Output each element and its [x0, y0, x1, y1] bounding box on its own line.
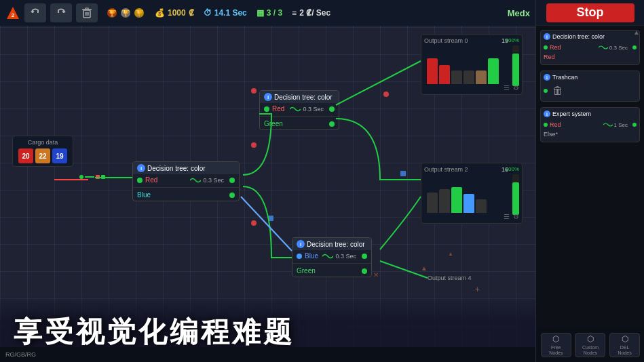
svg-text:🏆: 🏆	[121, 9, 130, 18]
speed: 0.3 Sec	[290, 106, 324, 113]
bottom-bar: RG/GB/RG	[0, 347, 535, 362]
mini-node-2-row1: 🗑	[544, 83, 637, 98]
mini-node-2[interactable]: i Trashcan 🗑	[540, 71, 640, 102]
free-nodes-label: FreeNodes	[549, 345, 563, 357]
decision-node-2-row1: Red 0.3 Sec	[260, 103, 339, 115]
mini-port-out-3	[632, 123, 637, 127]
decision-node-2-header: i Decision tree: color	[260, 91, 339, 103]
trash-icon: 🗑	[552, 85, 563, 97]
deco-red1	[251, 88, 257, 94]
info-dot-3[interactable]: i	[297, 240, 305, 248]
right-panel-actions: ⬡ FreeNodes ⬡ CustomNodes ⬡ DELNodes	[536, 328, 644, 362]
logo-icon: 2	[5, 5, 20, 20]
cargo-item-3: 19	[52, 148, 67, 163]
mini-info-2[interactable]: i	[544, 74, 550, 81]
mini-info-1[interactable]: i	[544, 33, 550, 40]
toolbar: 2	[0, 0, 535, 26]
output2-bars	[424, 176, 519, 213]
right-panel: Stop ▲ i Decision tree: color Red 0.3 Se…	[535, 0, 644, 362]
del-nodes-button[interactable]: ⬡ DELNodes	[609, 333, 640, 357]
deco-tri1: ▲	[421, 264, 428, 272]
deco-red4	[251, 220, 257, 226]
free-nodes-button[interactable]: ⬡ FreeNodes	[541, 333, 571, 357]
mini-node-3[interactable]: i Expert system Red 1 Sec Else*	[540, 107, 640, 142]
custom-nodes-icon: ⬡	[587, 334, 594, 344]
svg-text:🏆: 🏆	[108, 9, 117, 18]
output0-percent: 100%	[506, 37, 519, 43]
mini-speed-3: 1 Sec	[603, 122, 628, 128]
achievement3-icon: 🏆	[133, 7, 145, 19]
settings-icon-0[interactable]: ⚙	[513, 84, 519, 92]
custom-nodes-button[interactable]: ⬡ CustomNodes	[575, 333, 605, 357]
layer-icon-2: ☰	[504, 213, 510, 220]
cargo-item-2: 22	[35, 148, 50, 163]
decision-node-3-header: i Decision tree: color	[292, 238, 371, 250]
mini-info-3[interactable]: i	[544, 110, 550, 117]
bottom-bar-text: RG/GB/RG	[5, 351, 36, 358]
svg-text:🏆: 🏆	[135, 9, 144, 18]
cargo-items: 20 22 19	[18, 148, 67, 163]
right-panel-content: i Decision tree: color Red 0.3 Sec Red	[536, 26, 644, 362]
mini-node-3-row2: Else*	[544, 129, 637, 139]
redo-button[interactable]	[50, 3, 72, 22]
output2-progress-fill	[512, 182, 519, 215]
free-nodes-icon: ⬡	[552, 334, 559, 344]
rate-stat: ≡ 2 ₡/ Sec	[292, 8, 330, 18]
achievement2-icon: 🏆	[119, 7, 132, 19]
deco-red2	[383, 92, 389, 97]
port-in	[137, 178, 143, 183]
coins-stat: 💰 1000 ₡	[155, 8, 194, 18]
deco-square1	[268, 216, 273, 221]
port-out2	[329, 121, 335, 127]
deco-red3	[251, 142, 257, 148]
mini-node-1-row2: Red	[544, 52, 637, 62]
mini-node-1-row1: Red 0.3 Sec	[544, 43, 637, 52]
del-nodes-icon: ⬡	[622, 334, 628, 344]
deco-plus2: +	[475, 285, 480, 294]
achievement1-icon: 🏆	[106, 7, 118, 19]
game-canvas: 2	[0, 0, 535, 362]
output-stream-0: Output stream 0 19 100% ⚙ ☰	[421, 34, 523, 95]
mini-node-1[interactable]: i Decision tree: color Red 0.3 Sec Red	[540, 30, 640, 65]
undo-button[interactable]	[24, 3, 46, 22]
mini-port-out-1	[632, 45, 637, 49]
output2-percent: 100%	[506, 166, 519, 172]
cargo-title: Cargo data	[18, 139, 67, 146]
main-container: 2	[0, 0, 644, 362]
mini-port-3	[544, 123, 548, 127]
custom-nodes-label: CustomNodes	[582, 345, 599, 357]
svg-text:2: 2	[12, 12, 15, 18]
decision-node-1-title: Decision tree: color	[147, 165, 206, 172]
info-dot[interactable]: i	[137, 164, 145, 172]
speed: 0.3 Sec	[190, 177, 224, 184]
port-in	[297, 254, 302, 259]
mini-node-2-header: i Trashcan	[544, 74, 637, 81]
deco-tri2: ▲	[448, 251, 453, 257]
port-in	[264, 106, 269, 112]
stop-button[interactable]: Stop	[546, 3, 634, 22]
output0-bars	[424, 47, 519, 84]
decision-node-3-row1: Blue 0.3 Sec	[292, 250, 371, 262]
cargo-node: Cargo data 20 22 19	[12, 136, 73, 167]
decision-node-1-header: i Decision tree: color	[133, 162, 239, 174]
mini-node-3-header: i Expert system	[544, 110, 637, 117]
decision-node-2-title: Decision tree: color	[274, 94, 333, 101]
time-stat: ⏱ 14.1 Sec	[204, 8, 247, 18]
delete-button[interactable]	[76, 3, 98, 22]
output2-progress-bg	[512, 174, 519, 215]
port-out2	[229, 193, 235, 198]
output-stream-4-label: Output stream 4	[428, 275, 472, 281]
decision-node-3[interactable]: i Decision tree: color Blue 0.3 Sec Gree…	[292, 237, 372, 277]
decision-node-3-title: Decision tree: color	[307, 241, 365, 248]
mini-node-3-row1: Red 1 Sec	[544, 120, 637, 129]
settings-icon-2[interactable]: ⚙	[513, 213, 519, 220]
scroll-up[interactable]: ▲	[633, 28, 640, 36]
mini-port-2	[544, 89, 548, 93]
medx-label: Medx	[508, 8, 530, 18]
decision-node-1-row1: Red 0.3 Sec	[133, 174, 239, 186]
info-dot-2[interactable]: i	[264, 93, 272, 101]
decision-node-2[interactable]: i Decision tree: color Red 0.3 Sec Green	[259, 90, 339, 130]
decision-node-1[interactable]: i Decision tree: color Red 0.3 Sec Blue	[132, 161, 240, 201]
layer-icon-0: ☰	[504, 84, 510, 92]
decision-node-3-row2: Green	[292, 265, 371, 277]
